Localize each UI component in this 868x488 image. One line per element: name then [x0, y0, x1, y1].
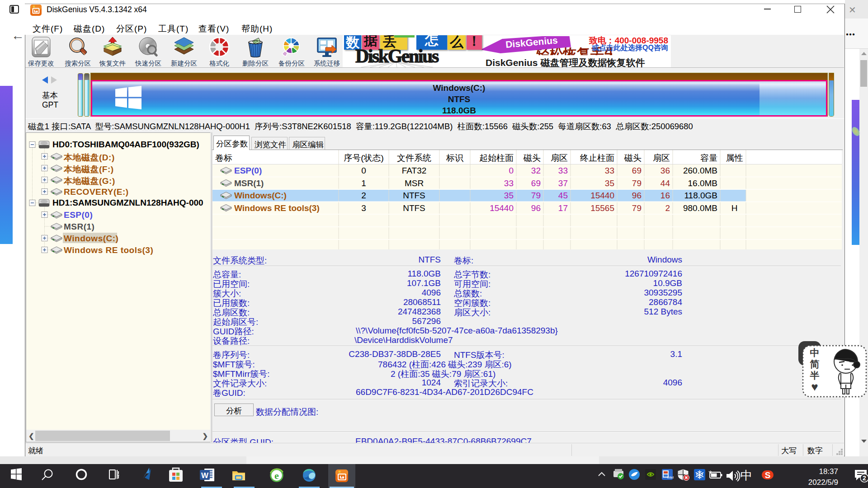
- svg-text:♥: ♥: [811, 380, 818, 394]
- svg-text:简: 简: [810, 359, 820, 369]
- svg-text:中: 中: [741, 469, 752, 482]
- svg-text:18:37: 18:37: [819, 467, 838, 476]
- svg-text:中: 中: [810, 347, 820, 358]
- svg-text:W: W: [201, 471, 209, 480]
- svg-text:e: e: [274, 470, 279, 481]
- svg-text:半: 半: [810, 370, 820, 380]
- svg-text:intel: intel: [667, 475, 674, 479]
- svg-text:2022/5/9: 2022/5/9: [808, 478, 838, 487]
- svg-text:2: 2: [863, 474, 866, 482]
- svg-text:S: S: [765, 470, 771, 480]
